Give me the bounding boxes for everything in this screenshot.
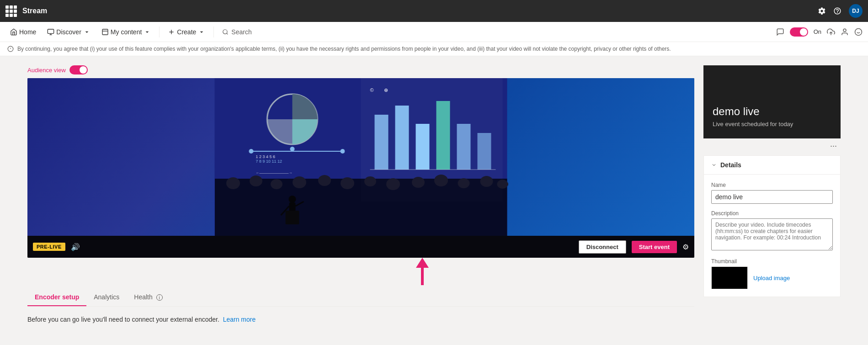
svg-point-10 [855,28,862,35]
arrow-annotation [27,258,694,285]
volume-icon[interactable]: 🔊 [71,243,80,251]
thumbnail-row: Upload image [711,266,833,289]
details-section: Details Name Description Thumbnail [703,155,841,297]
svg-rect-37 [457,124,471,170]
svg-point-46 [341,177,354,189]
info-banner-text: By continuing, you agree that (i) your u… [17,46,671,52]
svg-point-51 [458,178,470,188]
help-icon[interactable] [833,7,841,15]
name-label: Name [711,182,833,188]
chat-icon[interactable] [776,28,784,36]
svg-point-19 [249,149,254,154]
nav-discover[interactable]: Discover [43,22,95,42]
event-title: demo live [713,105,831,118]
learn-more-link[interactable]: Learn more [223,316,256,323]
start-event-button[interactable]: Start event [632,241,677,253]
details-header[interactable]: Details [704,156,840,175]
svg-point-52 [480,176,493,187]
video-player: 1 2 3 4 5 6 7 8 9 10 11 12 ←————————→ [27,78,694,258]
nav-create-label: Create [177,28,196,36]
tab-analytics[interactable]: Analytics [86,289,127,306]
svg-point-49 [412,177,425,188]
svg-rect-35 [416,124,430,170]
svg-point-45 [318,175,331,186]
top-bar-left: Stream [5,5,47,17]
thumbnail-preview [711,266,748,289]
description-field-group: Description [711,210,833,252]
apps-icon[interactable] [5,5,17,17]
svg-point-21 [341,149,345,154]
emoji-icon[interactable] [854,28,863,36]
tab-health[interactable]: Health i [127,289,170,306]
svg-point-41 [226,177,240,189]
details-body: Name Description Thumbnail Upload image [704,175,840,297]
nav-home[interactable]: Home [5,22,41,42]
on-label: On [814,28,821,35]
event-header: demo live Live event scheduled for today [703,65,841,138]
thumbnail-label: Thumbnail [711,258,833,265]
svg-text:1 2 3 4 5 6: 1 2 3 4 5 6 [256,154,276,159]
video-preview: 1 2 3 4 5 6 7 8 9 10 11 12 ←————————→ [27,78,694,236]
video-settings-button[interactable]: ⚙ [682,243,689,251]
top-bar: Stream DJ [0,0,868,22]
name-field-group: Name [711,182,833,204]
upload-icon[interactable] [827,28,835,36]
app-title: Stream [22,7,47,15]
search-area[interactable]: Search [218,28,256,36]
tab-content-encoder-setup: Before you can go live you'll need to co… [27,307,694,332]
svg-point-43 [271,179,282,189]
svg-text:⊕: ⊕ [384,87,388,93]
details-label: Details [720,161,741,169]
svg-point-6 [223,29,227,33]
main-content: Audience view [0,56,868,345]
svg-point-9 [843,29,846,32]
svg-rect-38 [478,133,491,170]
description-textarea[interactable] [711,218,833,250]
tab-encoder-setup[interactable]: Encoder setup [27,289,86,306]
search-label: Search [231,28,251,36]
video-content-svg: 1 2 3 4 5 6 7 8 9 10 11 12 ←————————→ [27,78,694,236]
left-panel: Audience view [27,65,694,345]
nav-home-label: Home [19,28,36,36]
thumbnail-field-group: Thumbnail Upload image [711,258,833,289]
nav-discover-label: Discover [56,28,81,36]
svg-line-7 [227,33,228,34]
svg-text:7 8 9 10 11 12: 7 8 9 10 11 12 [256,159,282,164]
tabs-bar: Encoder setup Analytics Health i [27,289,694,307]
svg-point-44 [293,176,306,188]
svg-point-53 [497,180,508,189]
chevron-down-icon [711,162,717,168]
nav-right-controls: On [776,27,863,37]
audience-view-toggle[interactable] [69,65,88,74]
svg-point-20 [290,147,295,151]
nav-my-content[interactable]: My content [97,22,155,42]
nav-create[interactable]: Create [163,22,210,42]
svg-text:©: © [370,87,374,93]
video-controls: PRE-LIVE 🔊 Disconnect Start event ⚙ [27,236,694,258]
svg-rect-0 [48,29,54,33]
nav-my-content-label: My content [111,28,142,36]
settings-icon[interactable] [818,7,826,15]
person-icon[interactable] [841,28,849,36]
svg-rect-3 [102,29,108,35]
description-label: Description [711,210,833,217]
svg-point-48 [386,178,400,190]
name-input[interactable] [711,190,833,204]
disconnect-button[interactable]: Disconnect [579,240,626,254]
svg-rect-36 [437,101,450,170]
nav-divider-2 [213,27,214,37]
nav-divider [159,27,160,37]
right-panel: demo live Live event scheduled for today… [703,65,841,345]
upload-image-link[interactable]: Upload image [753,275,790,281]
svg-point-50 [434,175,448,186]
user-avatar[interactable]: DJ [849,4,863,18]
audience-view-main-toggle[interactable] [790,27,808,37]
panel-more-button[interactable]: ··· [703,138,841,154]
svg-rect-33 [375,115,389,170]
audience-view-label: Audience view [27,67,66,74]
health-info-icon: i [156,294,163,301]
audience-toggle-bar: Audience view [27,65,694,74]
encoder-setup-text: Before you can go live you'll need to co… [27,316,219,323]
info-banner: By continuing, you agree that (i) your u… [0,42,868,56]
secondary-nav: Home Discover My content Create Search O… [0,22,868,42]
